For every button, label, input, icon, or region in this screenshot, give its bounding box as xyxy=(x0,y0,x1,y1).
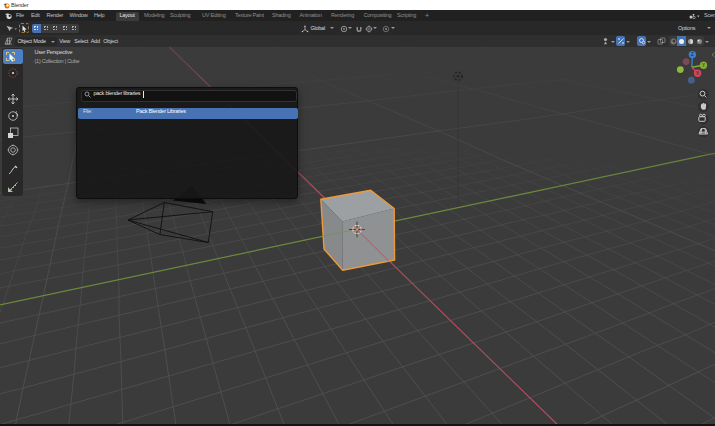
svg-text:Y: Y xyxy=(702,63,705,68)
svg-text:Z: Z xyxy=(691,52,694,57)
svg-text:X: X xyxy=(696,71,699,76)
